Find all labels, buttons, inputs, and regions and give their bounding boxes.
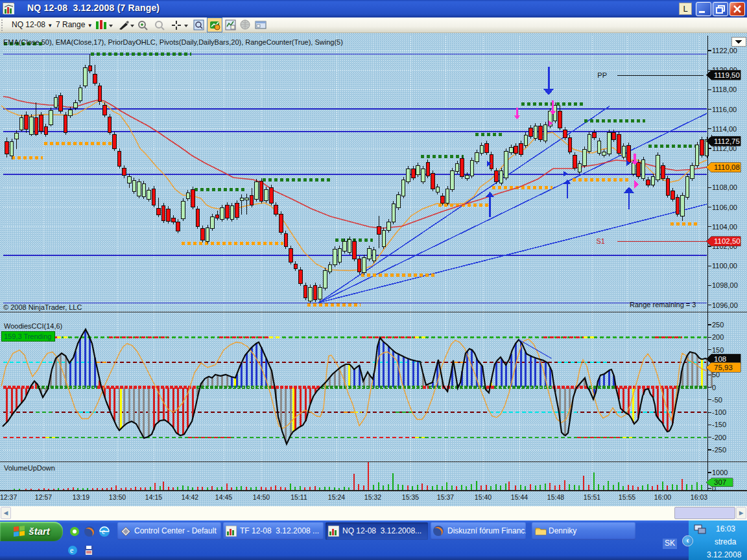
- svg-text:14:15: 14:15: [145, 493, 162, 501]
- svg-text:14:45: 14:45: [215, 493, 232, 501]
- svg-text:-250: -250: [712, 446, 726, 454]
- svg-text:1104,00: 1104,00: [712, 223, 737, 231]
- svg-text:0: 0: [712, 384, 716, 391]
- svg-text:14:42: 14:42: [182, 493, 198, 501]
- svg-text:e: e: [102, 527, 105, 536]
- svg-text:1112,75: 1112,75: [714, 137, 740, 145]
- svg-text:13:50: 13:50: [109, 493, 126, 501]
- svg-text:15:24: 15:24: [328, 493, 345, 501]
- svg-text:15:48: 15:48: [547, 493, 564, 501]
- svg-text:307: 307: [714, 478, 726, 486]
- svg-text:16:03: 16:03: [691, 493, 707, 501]
- svg-text:1114,00: 1114,00: [712, 125, 737, 133]
- svg-text:WoodiesCCI(14,6): WoodiesCCI(14,6): [4, 322, 62, 330]
- svg-text:15:11: 15:11: [290, 493, 307, 501]
- svg-text:14:50: 14:50: [253, 493, 270, 501]
- svg-text:75,93: 75,93: [714, 364, 733, 371]
- svg-text:1110,08: 1110,08: [714, 163, 740, 171]
- svg-text:1119,50: 1119,50: [714, 71, 740, 79]
- svg-text:Range remaining = 3: Range remaining = 3: [630, 301, 696, 309]
- svg-text:108: 108: [714, 355, 726, 363]
- svg-text:1102,50: 1102,50: [714, 237, 741, 245]
- svg-text:1108,00: 1108,00: [712, 183, 737, 191]
- svg-text:16:00: 16:00: [654, 493, 671, 501]
- svg-text:15:44: 15:44: [511, 493, 528, 501]
- svg-text:PP: PP: [597, 71, 607, 79]
- svg-text:e: e: [70, 546, 73, 555]
- svg-text:15:40: 15:40: [475, 493, 492, 501]
- svg-text:15:55: 15:55: [619, 493, 635, 501]
- svg-text:15:32: 15:32: [364, 493, 381, 501]
- svg-text:S1: S1: [597, 237, 605, 245]
- svg-text:13:19: 13:19: [73, 493, 89, 501]
- svg-text:© 2008 NinjaTrader, LLC: © 2008 NinjaTrader, LLC: [3, 303, 82, 311]
- svg-text:15:35: 15:35: [402, 493, 419, 501]
- svg-text:-200: -200: [712, 434, 726, 441]
- svg-text:VolumeUpDown: VolumeUpDown: [4, 464, 55, 472]
- svg-text:200: 200: [712, 333, 724, 341]
- svg-text:12:57: 12:57: [35, 493, 52, 501]
- svg-text:-150: -150: [712, 421, 726, 428]
- svg-text:15:51: 15:51: [584, 493, 600, 501]
- svg-text:1118,00: 1118,00: [712, 86, 737, 93]
- svg-text:1100,00: 1100,00: [712, 262, 737, 270]
- svg-text:1000: 1000: [712, 469, 728, 476]
- svg-text:1106,00: 1106,00: [712, 204, 737, 211]
- svg-text:1096,00: 1096,00: [712, 301, 738, 309]
- svg-text:159,3 Trending: 159,3 Trending: [4, 332, 51, 340]
- svg-text:-100: -100: [712, 408, 726, 416]
- svg-text:1098,00: 1098,00: [712, 281, 738, 289]
- svg-text:15:37: 15:37: [437, 493, 454, 501]
- svg-text:250: 250: [712, 321, 724, 329]
- svg-text:12:37: 12:37: [0, 493, 17, 501]
- svg-text:1122,00: 1122,00: [712, 47, 737, 54]
- svg-text:150: 150: [712, 346, 724, 354]
- svg-text:EMA(Close,50), EMA(Close,17),: EMA(Close,50), EMA(Close,17), PriorDayOH…: [3, 38, 343, 46]
- svg-text:-50: -50: [712, 396, 722, 404]
- svg-text:1116,00: 1116,00: [712, 106, 737, 113]
